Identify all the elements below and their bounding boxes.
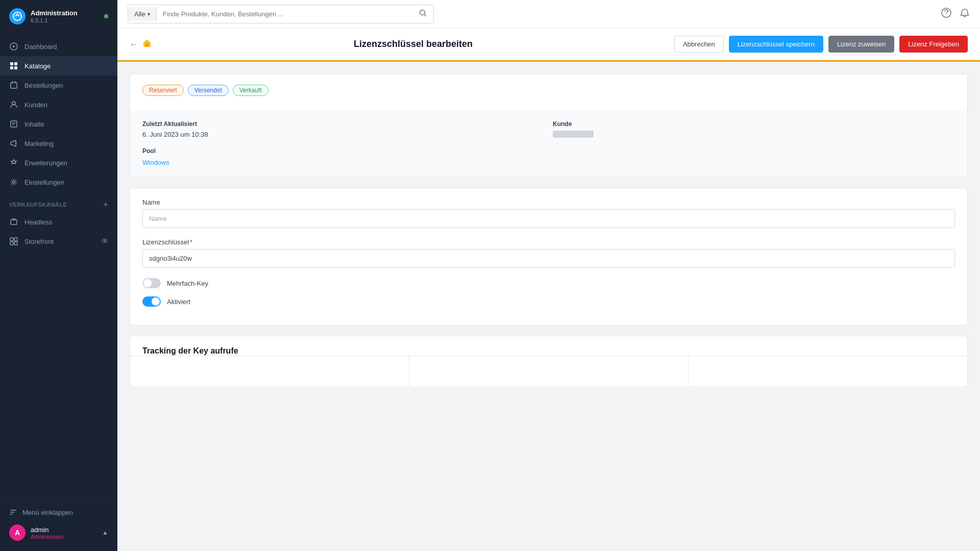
mehrfach-key-toggle[interactable]: [142, 278, 161, 288]
user-avatar: A: [9, 524, 26, 541]
customer-label: Kunde: [553, 120, 955, 128]
user-role: Administrator: [31, 534, 64, 540]
svg-point-2: [13, 45, 15, 47]
sidebar-item-label: Headless: [24, 218, 52, 226]
sidebar-item-einstellungen[interactable]: Einstellungen: [0, 172, 117, 192]
last-updated-label: Zuletzt Aktualisiert: [142, 120, 545, 128]
inhalte-icon: [9, 119, 18, 129]
svg-rect-9: [11, 121, 17, 127]
search-input[interactable]: [157, 6, 413, 22]
aktiviert-label: Aktiviert: [167, 298, 190, 306]
search-filter-dropdown[interactable]: Alle ▾: [128, 7, 157, 21]
notifications-icon[interactable]: [960, 8, 970, 20]
meta-info-grid: Zuletzt Aktualisiert 6. Juni 2023 um 10:…: [130, 110, 967, 177]
help-icon[interactable]: [941, 8, 951, 20]
sidebar-item-inhalte[interactable]: Inhalte: [0, 114, 117, 134]
svg-point-10: [13, 181, 15, 184]
key-field-group: Lizenzschlüssel*: [142, 238, 955, 268]
svg-rect-13: [14, 238, 17, 241]
home-icon[interactable]: [142, 38, 152, 51]
save-button[interactable]: Lizenzschlüssel speichern: [729, 36, 823, 53]
tracking-cell-1: [130, 356, 409, 387]
sidebar-item-label: Kunden: [24, 101, 47, 109]
user-info[interactable]: A admin Administrator ▲: [9, 520, 108, 545]
sidebar-item-kataloge[interactable]: Kataloge: [0, 56, 117, 76]
search-icon: [419, 9, 427, 17]
mehrfach-key-row: Mehrfach-Key: [142, 278, 955, 288]
name-field-group: Name: [142, 198, 955, 228]
marketing-icon: [9, 139, 18, 148]
headless-icon: [9, 217, 18, 227]
svg-rect-12: [10, 238, 13, 241]
tracking-title: Tracking der Key aufrufe: [130, 336, 967, 356]
svg-rect-20: [145, 43, 149, 47]
sidebar-header: Administration 6.5.1.1: [0, 0, 117, 33]
tracking-content: [130, 356, 967, 387]
sidebar-item-headless[interactable]: Headless: [0, 212, 117, 232]
name-label: Name: [142, 198, 955, 206]
sidebar-item-label: Bestellungen: [24, 82, 63, 89]
aktiviert-toggle[interactable]: [142, 296, 161, 307]
search-button[interactable]: [413, 5, 433, 23]
kunden-icon: [9, 100, 18, 109]
status-badge-versendet: Versendet: [188, 85, 229, 96]
add-channel-icon[interactable]: +: [103, 200, 108, 209]
customer-value: [553, 131, 955, 139]
customer-blurred: [553, 131, 594, 138]
status-card: Reserviert Versendet Verkauft Zuletzt Ak…: [130, 74, 968, 178]
svg-rect-7: [11, 83, 17, 88]
required-indicator: *: [190, 238, 192, 246]
sidebar-item-label: Einstellungen: [24, 179, 64, 186]
status-badge-reserviert: Reserviert: [142, 85, 184, 96]
header-actions: Abbrechen Lizenzschlüssel speichern Lize…: [674, 36, 968, 53]
tracking-cell-3: [689, 356, 967, 387]
einstellungen-icon: [9, 178, 18, 187]
eye-icon: [101, 237, 108, 246]
release-license-button[interactable]: Lizenz Freigeben: [899, 36, 968, 53]
sidebar-item-erweiterungen[interactable]: Erweiterungen: [0, 153, 117, 172]
bestellungen-icon: [9, 81, 18, 90]
dashboard-icon: [9, 42, 18, 51]
kataloge-icon: [9, 61, 18, 70]
sidebar-item-label: Kataloge: [24, 62, 51, 70]
cancel-button[interactable]: Abbrechen: [674, 36, 724, 53]
pool-label: Pool: [142, 147, 545, 155]
search-filter-label: Alle: [134, 10, 145, 18]
sidebar-item-dashboard[interactable]: Dashboard: [0, 37, 117, 56]
collapse-menu-button[interactable]: Menü einklappen: [9, 504, 108, 520]
name-input[interactable]: [142, 209, 955, 228]
back-button[interactable]: ←: [130, 40, 138, 49]
sidebar-item-storefront[interactable]: Storefront: [0, 232, 117, 251]
page-header: ← Lizenzschlüssel bearbeiten Abbrechen L…: [117, 29, 980, 60]
key-input[interactable]: [142, 249, 955, 268]
tracking-cell-2: [409, 356, 688, 387]
sidebar-item-label: Dashboard: [24, 43, 57, 51]
sidebar-item-kunden[interactable]: Kunden: [0, 95, 117, 114]
sidebar-item-marketing[interactable]: Marketing: [0, 134, 117, 153]
svg-rect-4: [14, 62, 17, 65]
svg-rect-5: [10, 66, 13, 69]
sidebar-item-bestellungen[interactable]: Bestellungen: [0, 76, 117, 95]
mehrfach-key-label: Mehrfach-Key: [167, 280, 208, 287]
sidebar-item-label: Erweiterungen: [24, 159, 67, 167]
svg-rect-14: [10, 242, 13, 245]
online-indicator: [104, 14, 108, 18]
sidebar-footer: Menü einklappen A admin Administrator ▲: [0, 497, 117, 551]
pool-link[interactable]: Windows: [142, 159, 169, 166]
verkaufskanaele-section: Verkaufskanäle +: [0, 192, 117, 212]
sidebar-item-label: Marketing: [24, 140, 54, 147]
main-area: Alle ▾ ← Lizenzsc: [117, 0, 980, 551]
collapse-label: Menü einklappen: [22, 509, 73, 516]
svg-rect-11: [11, 220, 17, 224]
svg-point-17: [104, 240, 106, 241]
sidebar-item-label: Inhalte: [24, 120, 44, 128]
app-version: 6.5.1.1: [31, 17, 78, 23]
status-badge-verkauft: Verkauft: [233, 85, 268, 96]
user-name: admin: [31, 526, 64, 534]
topbar-actions: [941, 8, 970, 20]
content-area: ← Lizenzschlüssel bearbeiten Abbrechen L…: [117, 29, 980, 551]
page-title: Lizenzschlüssel bearbeiten: [160, 39, 666, 49]
svg-point-8: [12, 102, 15, 105]
aktiviert-row: Aktiviert: [142, 296, 955, 307]
assign-license-button[interactable]: Lizenz zuweisen: [828, 36, 894, 53]
